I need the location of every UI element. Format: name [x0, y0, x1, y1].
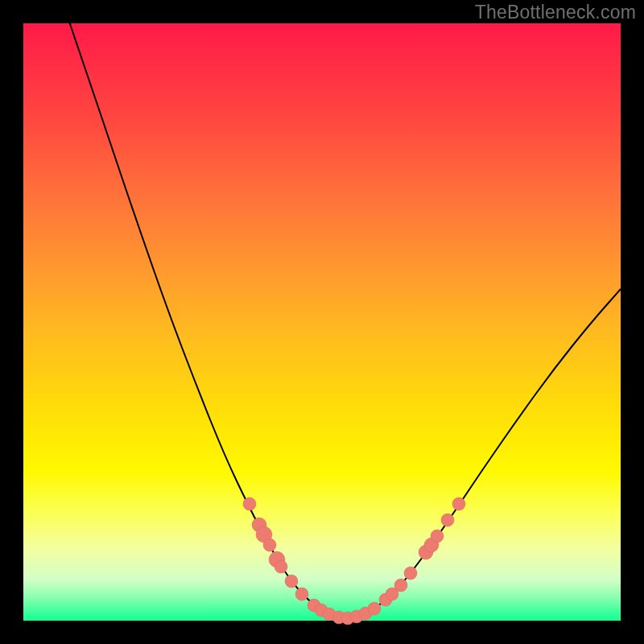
data-dot [263, 539, 276, 551]
data-dot [275, 560, 287, 573]
data-dots [243, 497, 465, 625]
data-dot [441, 514, 454, 526]
data-dot [452, 497, 465, 510]
data-dot [295, 588, 308, 601]
data-dot [285, 575, 298, 588]
data-dot [394, 579, 407, 592]
data-dot [368, 602, 381, 615]
data-dot [431, 530, 444, 543]
chart-svg [23, 23, 621, 621]
data-dot [243, 497, 256, 510]
data-dot [404, 567, 417, 580]
bottleneck-curve [68, 17, 621, 618]
watermark-text: TheBottleneck.com [475, 2, 636, 23]
